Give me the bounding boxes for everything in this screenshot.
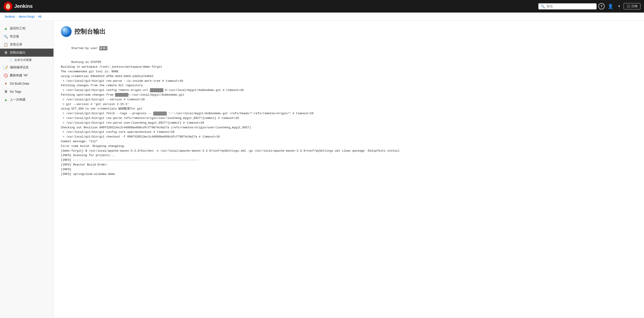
console-line-4: '~':/usr/local/mygit/dubbodemo.git +refs… xyxy=(61,112,400,176)
logout-button[interactable]: ⬛ 注销 xyxy=(624,3,640,10)
sidebar-item-text-view[interactable]: 📄 文本方式查看 xyxy=(0,57,54,63)
sidebar-item-status-set[interactable]: 🔍 状态集 xyxy=(0,33,54,41)
console-icon: 🖥 xyxy=(4,50,8,55)
changelog-icon: 📋 xyxy=(4,42,8,47)
sidebar-label-status: 状态集 xyxy=(10,35,19,39)
user-badge: ■ ■- xyxy=(99,46,108,51)
sidebar-label-changelog: 变更记录 xyxy=(10,43,22,47)
globe-icon xyxy=(61,26,72,37)
sidebar-item-console-output[interactable]: 🖥 控制台输出 xyxy=(0,49,54,57)
logo-area: Jenkins xyxy=(4,2,33,11)
svg-point-2 xyxy=(7,5,8,6)
main-layout: ▲ 返回到工程 🔍 状态集 📋 变更记录 🖥 控制台输出 📄 文本方式查看 📝 … xyxy=(0,21,644,317)
masked-url-3: ■■■■■ xyxy=(153,112,167,116)
help-icon[interactable]: ? xyxy=(598,3,604,10)
delete-icon: 🚫 xyxy=(4,73,8,78)
sidebar-label-console: 控制台输出 xyxy=(10,51,26,55)
git-icon: ♦ xyxy=(4,81,8,86)
breadcrumb: Jenkins › demo-forgit › #6 xyxy=(0,13,644,21)
search-box[interactable]: 🔍 xyxy=(538,3,596,10)
user-icon[interactable]: 👤 xyxy=(606,4,615,9)
masked-url-2: ■■■■■ xyxy=(115,93,128,97)
sidebar-item-prev-build[interactable]: ▲ 上一次构建 xyxy=(0,96,54,104)
search-area: 🔍 ? 👤 ▼ ⬛ 注销 xyxy=(538,3,640,10)
sidebar-label-editbuild: 编辑编译信息 xyxy=(10,65,29,69)
search-icon: 🔍 xyxy=(540,4,545,9)
text-view-icon: 📄 xyxy=(9,59,12,62)
sidebar-label-delete: 删除构建 '#6' xyxy=(10,74,28,78)
content-area: 控制台输出 Started by user ■ ■- Running as SY… xyxy=(54,21,644,317)
sidebar-item-edit-build[interactable]: 📝 编辑编译信息 xyxy=(0,63,54,72)
status-icon: 🔍 xyxy=(4,34,8,39)
edit-icon: 📝 xyxy=(4,65,8,70)
console-line-started: Started by user xyxy=(72,47,99,50)
sidebar-item-change-log[interactable]: 📋 变更记录 xyxy=(0,41,54,49)
breadcrumb-build-num[interactable]: #6 xyxy=(38,15,42,18)
back-icon: ▲ xyxy=(4,26,8,31)
sidebar-item-back-to-project[interactable]: ▲ 返回到工程 xyxy=(0,25,54,33)
sidebar-label-textview: 文本方式查看 xyxy=(14,58,32,62)
masked-url-1: ■■■■■ xyxy=(150,88,163,92)
breadcrumb-sep-1: › xyxy=(16,15,17,18)
header: Jenkins 🔍 ? 👤 ▼ ⬛ 注销 xyxy=(0,0,644,13)
sidebar-item-no-tags[interactable]: 🖥 No Tags xyxy=(0,88,54,96)
page-title-area: 控制台输出 xyxy=(61,26,637,37)
prev-build-icon: ▲ xyxy=(4,97,8,102)
sidebar: ▲ 返回到工程 🔍 状态集 📋 变更记录 🖥 控制台输出 📄 文本方式查看 📝 … xyxy=(0,21,54,317)
sidebar-item-delete-build[interactable]: 🚫 删除构建 '#6' xyxy=(0,72,54,80)
sidebar-label-back: 返回到工程 xyxy=(10,27,26,31)
sidebar-label-prevbuild: 上一次构建 xyxy=(10,98,26,102)
console-line-1: Running as SYSTEM Building in workspace … xyxy=(61,61,183,92)
app-title: Jenkins xyxy=(14,3,33,9)
breadcrumb-demo-forgit[interactable]: demo-forgit xyxy=(18,15,34,18)
breadcrumb-sep-2: › xyxy=(36,15,37,18)
svg-point-3 xyxy=(8,5,9,6)
logout-icon: ⬛ xyxy=(626,5,630,8)
console-output-area: Started by user ■ ■- Running as SYSTEM B… xyxy=(61,42,637,181)
sidebar-item-git-build-data[interactable]: ♦ Git Build Data xyxy=(0,80,54,88)
sidebar-label-git: Git Build Data xyxy=(10,82,29,85)
page-title: 控制台输出 xyxy=(74,27,106,36)
dropdown-arrow-icon[interactable]: ▼ xyxy=(616,5,622,8)
jenkins-logo-icon xyxy=(4,2,12,11)
no-tags-icon: 🖥 xyxy=(4,89,8,94)
search-input[interactable] xyxy=(546,5,594,8)
breadcrumb-jenkins[interactable]: Jenkins xyxy=(4,15,15,18)
sidebar-label-notags: No Tags xyxy=(10,90,21,93)
